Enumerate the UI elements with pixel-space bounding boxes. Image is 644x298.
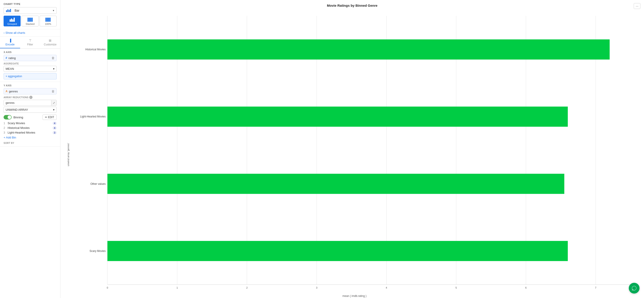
show-all-charts-btn[interactable]: › Show all charts [0, 29, 60, 36]
chart-inner: 01234567Historical MoviesLight-Hearted M… [72, 12, 637, 298]
chat-icon [632, 286, 637, 291]
svg-text:5: 5 [456, 286, 457, 289]
chart-svg: 01234567Historical MoviesLight-Hearted M… [72, 12, 637, 294]
grouped-label: Grouped [8, 22, 17, 25]
chart-menu-btn[interactable]: ··· [634, 3, 640, 9]
stacked-icon [28, 17, 33, 22]
svg-text:2: 2 [246, 286, 248, 289]
chevron-icon: › [4, 31, 4, 34]
svg-text:Scary Movies: Scary Movies [90, 250, 106, 252]
customize-label: Customize [44, 43, 56, 46]
grouped-bar-btn[interactable]: Grouped [4, 16, 20, 26]
bin-item-2: 2 Historical Movies 4 [4, 126, 56, 130]
y-axis-field-name: genres [9, 90, 50, 93]
info-icon[interactable]: i [29, 96, 32, 99]
chart-container: unwind array 'genres' 01234567Historical… [60, 9, 644, 298]
grouped-icon [10, 17, 15, 22]
tab-filter[interactable]: ⊤ Filter [20, 36, 40, 48]
add-aggregation-btn[interactable]: + aggregation [4, 73, 56, 80]
genres-row: genres ⤢ [4, 100, 56, 106]
chart-title: Movie Ratings by Binned Genre [327, 4, 378, 8]
chart-header: Movie Ratings by Binned Genre ··· [60, 0, 644, 9]
edit-label: EDIT [48, 116, 54, 119]
stacked-bar-btn[interactable]: Stacked [22, 16, 38, 26]
y-axis-delete-icon[interactable]: 🗑 [52, 90, 54, 93]
bar-type-buttons: Grouped Stacked 100% [4, 16, 56, 26]
bin-list: 1 Scary Movies 4 2 Historical Movies 4 3… [4, 121, 56, 135]
y-axis-section: Y Axis A genres 🗑 ARRAY REDUCTIONS i gen… [0, 82, 60, 147]
x-axis-delete-icon[interactable]: 🗑 [52, 56, 54, 60]
bin-name-2: Historical Movies [8, 126, 51, 130]
100pct-bar-btn[interactable]: 100% [40, 16, 56, 26]
encode-label: Encode [5, 43, 14, 46]
binning-toggle[interactable] [4, 115, 12, 120]
sort-by-label: SORT BY [4, 142, 56, 144]
bin-number-3: 3 [4, 131, 6, 134]
bin-item-3: 3 Light-Hearted Movies 3 [4, 130, 56, 135]
svg-rect-16 [108, 40, 610, 60]
tab-encode[interactable]: ▐ Encode [0, 36, 20, 48]
y-axis-label-container: unwind array 'genres' [65, 12, 72, 298]
filter-label: Filter [27, 43, 33, 46]
array-reductions-label: ARRAY REDUCTIONS i [4, 96, 56, 99]
left-panel: Chart Type Bar ▾ Grouped [0, 0, 60, 298]
x-axis-section: X Axis # rating 🗑 AGGREGATE MEAN ▾ + agg… [0, 48, 60, 82]
svg-text:Light-Hearted Movies: Light-Hearted Movies [80, 115, 106, 118]
chart-type-value: Bar [14, 9, 20, 12]
chart-type-arrow-icon: ▾ [53, 9, 54, 12]
edit-bin-btn[interactable]: ✏ EDIT [42, 114, 56, 120]
100pct-icon [46, 17, 50, 22]
bin-name-1: Scary Movies [8, 122, 51, 125]
filter-icon: ⊤ [29, 39, 32, 42]
y-axis-field-pill: A genres 🗑 [4, 88, 56, 94]
tab-customize[interactable]: ⊞ Customize [40, 36, 60, 48]
chart-type-label: Chart Type [4, 3, 56, 5]
genres-label: genres [4, 100, 51, 106]
bin-number-2: 2 [4, 126, 6, 130]
svg-text:0: 0 [107, 286, 108, 289]
100pct-label: 100% [45, 22, 51, 25]
aggregate-arrow-icon: ▾ [53, 67, 54, 70]
bin-number-1: 1 [4, 122, 6, 125]
svg-rect-20 [108, 174, 564, 194]
y-axis-label: Y Axis [4, 84, 56, 87]
bin-count-2: 4 [52, 126, 56, 130]
unwind-arrow-icon: ▾ [53, 108, 54, 112]
svg-text:Other values: Other values [90, 182, 106, 186]
encode-tabs: ▐ Encode ⊤ Filter ⊞ Customize [0, 36, 60, 48]
x-axis-field-pill: # rating 🗑 [4, 55, 56, 61]
x-axis-chart-label: mean ( imdb.rating ) [72, 294, 637, 298]
hash-icon: # [6, 56, 7, 60]
chat-bubble-btn[interactable] [629, 283, 640, 294]
bin-name-3: Light-Hearted Movies [8, 131, 51, 134]
bin-count-3: 3 [52, 131, 56, 134]
svg-text:4: 4 [386, 286, 387, 289]
binning-row: Binning ✏ EDIT [4, 114, 56, 120]
svg-rect-22 [108, 241, 568, 261]
expand-icon[interactable]: ⤢ [51, 100, 56, 106]
text-icon: A [6, 90, 8, 93]
unwind-value: UNWIND ARRAY [6, 108, 28, 112]
aggregate-value: MEAN [6, 67, 14, 70]
chart-type-section: Chart Type Bar ▾ Grouped [0, 0, 60, 29]
unwind-select[interactable]: UNWIND ARRAY ▾ [4, 107, 56, 113]
svg-rect-18 [108, 106, 568, 127]
bar-chart-icon [6, 9, 11, 12]
aggregate-select[interactable]: MEAN ▾ [4, 66, 56, 72]
svg-text:7: 7 [595, 286, 596, 289]
aggregate-label: AGGREGATE [4, 62, 56, 65]
binning-label: Binning [14, 116, 41, 119]
stacked-label: Stacked [26, 22, 35, 25]
bin-item-1: 1 Scary Movies 4 [4, 121, 56, 126]
y-axis-chart-label: unwind array 'genres' [67, 143, 70, 166]
svg-text:1: 1 [176, 286, 178, 289]
add-bin-label: + Add Bin [4, 136, 16, 139]
customize-icon: ⊞ [49, 39, 52, 42]
main-area: Movie Ratings by Binned Genre ··· unwind… [60, 0, 644, 298]
bin-count-1: 4 [52, 122, 56, 125]
svg-text:3: 3 [316, 286, 317, 289]
edit-pencil-icon: ✏ [45, 116, 47, 119]
x-axis-label: X Axis [4, 51, 56, 54]
chart-type-select[interactable]: Bar ▾ [4, 7, 56, 14]
add-bin-btn[interactable]: + Add Bin [4, 135, 56, 140]
